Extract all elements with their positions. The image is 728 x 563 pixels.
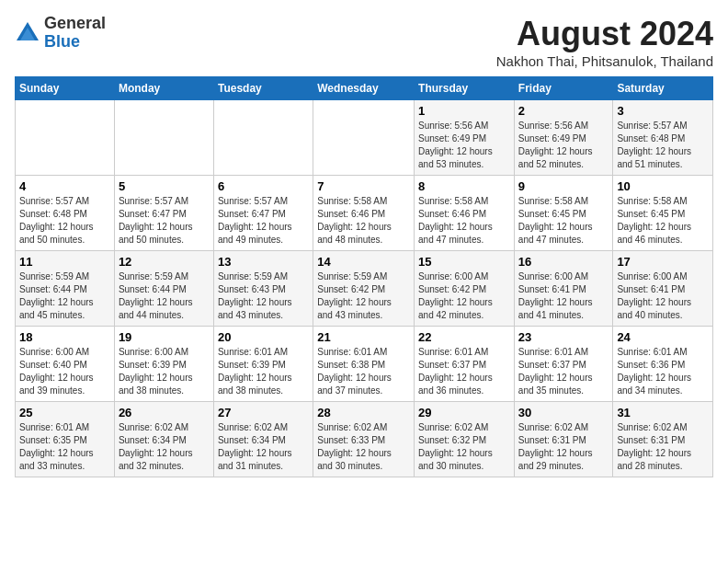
day-number: 4 bbox=[19, 179, 110, 193]
day-cell bbox=[16, 100, 115, 176]
day-number: 10 bbox=[617, 179, 709, 193]
day-number: 21 bbox=[317, 330, 410, 344]
logo-blue-text: Blue bbox=[44, 33, 106, 52]
day-info: Sunrise: 5:58 AM Sunset: 6:46 PM Dayligh… bbox=[418, 195, 510, 247]
day-number: 29 bbox=[418, 406, 510, 419]
day-cell: 27Sunrise: 6:02 AM Sunset: 6:34 PM Dayli… bbox=[213, 402, 313, 477]
day-cell: 16Sunrise: 6:00 AM Sunset: 6:41 PM Dayli… bbox=[514, 251, 613, 327]
day-number: 11 bbox=[19, 255, 110, 269]
day-number: 22 bbox=[418, 330, 510, 344]
day-info: Sunrise: 5:59 AM Sunset: 6:42 PM Dayligh… bbox=[317, 270, 410, 322]
day-cell: 24Sunrise: 6:01 AM Sunset: 6:36 PM Dayli… bbox=[613, 327, 713, 402]
day-number: 12 bbox=[119, 255, 210, 269]
day-info: Sunrise: 5:58 AM Sunset: 6:46 PM Dayligh… bbox=[317, 195, 410, 247]
weekday-header-thursday: Thursday bbox=[415, 77, 515, 100]
day-cell: 22Sunrise: 6:01 AM Sunset: 6:37 PM Dayli… bbox=[415, 327, 515, 402]
weekday-header-sunday: Sunday bbox=[16, 77, 115, 100]
day-info: Sunrise: 6:01 AM Sunset: 6:35 PM Dayligh… bbox=[19, 421, 110, 473]
day-info: Sunrise: 5:59 AM Sunset: 6:44 PM Dayligh… bbox=[119, 270, 210, 322]
week-row-1: 1Sunrise: 5:56 AM Sunset: 6:49 PM Daylig… bbox=[16, 100, 713, 176]
day-number: 13 bbox=[218, 255, 309, 269]
day-info: Sunrise: 6:02 AM Sunset: 6:34 PM Dayligh… bbox=[218, 421, 309, 473]
day-number: 5 bbox=[119, 179, 210, 193]
day-cell: 21Sunrise: 6:01 AM Sunset: 6:38 PM Dayli… bbox=[313, 327, 415, 402]
day-number: 30 bbox=[518, 406, 609, 419]
weekday-header-tuesday: Tuesday bbox=[213, 77, 313, 100]
day-info: Sunrise: 6:02 AM Sunset: 6:33 PM Dayligh… bbox=[317, 421, 410, 473]
day-info: Sunrise: 5:59 AM Sunset: 6:43 PM Dayligh… bbox=[218, 270, 309, 322]
day-cell bbox=[213, 100, 313, 176]
day-number: 27 bbox=[218, 406, 309, 419]
day-info: Sunrise: 5:57 AM Sunset: 6:47 PM Dayligh… bbox=[218, 195, 309, 247]
weekday-header-monday: Monday bbox=[114, 77, 213, 100]
day-cell: 11Sunrise: 5:59 AM Sunset: 6:44 PM Dayli… bbox=[16, 251, 115, 327]
day-info: Sunrise: 6:02 AM Sunset: 6:31 PM Dayligh… bbox=[617, 421, 709, 473]
day-info: Sunrise: 5:59 AM Sunset: 6:44 PM Dayligh… bbox=[19, 270, 110, 322]
day-info: Sunrise: 6:01 AM Sunset: 6:36 PM Dayligh… bbox=[617, 346, 709, 397]
week-row-2: 4Sunrise: 5:57 AM Sunset: 6:48 PM Daylig… bbox=[16, 176, 713, 251]
logo: General Blue bbox=[15, 15, 106, 52]
day-info: Sunrise: 6:01 AM Sunset: 6:38 PM Dayligh… bbox=[317, 346, 410, 397]
day-number: 17 bbox=[617, 255, 709, 269]
day-number: 16 bbox=[518, 255, 609, 269]
day-number: 3 bbox=[617, 104, 709, 118]
day-info: Sunrise: 6:01 AM Sunset: 6:39 PM Dayligh… bbox=[218, 346, 309, 397]
day-cell: 3Sunrise: 5:57 AM Sunset: 6:48 PM Daylig… bbox=[613, 100, 713, 176]
day-info: Sunrise: 6:00 AM Sunset: 6:42 PM Dayligh… bbox=[418, 270, 510, 322]
day-cell: 7Sunrise: 5:58 AM Sunset: 6:46 PM Daylig… bbox=[313, 176, 415, 251]
week-row-5: 25Sunrise: 6:01 AM Sunset: 6:35 PM Dayli… bbox=[16, 402, 713, 477]
day-info: Sunrise: 5:57 AM Sunset: 6:48 PM Dayligh… bbox=[617, 120, 709, 171]
calendar-body: 1Sunrise: 5:56 AM Sunset: 6:49 PM Daylig… bbox=[16, 100, 713, 477]
day-cell: 23Sunrise: 6:01 AM Sunset: 6:37 PM Dayli… bbox=[514, 327, 613, 402]
day-number: 7 bbox=[317, 179, 410, 193]
weekday-header-saturday: Saturday bbox=[613, 77, 713, 100]
day-cell: 14Sunrise: 5:59 AM Sunset: 6:42 PM Dayli… bbox=[313, 251, 415, 327]
day-number: 1 bbox=[418, 104, 510, 118]
day-info: Sunrise: 5:57 AM Sunset: 6:48 PM Dayligh… bbox=[19, 195, 110, 247]
day-number: 9 bbox=[518, 179, 609, 193]
day-cell: 6Sunrise: 5:57 AM Sunset: 6:47 PM Daylig… bbox=[213, 176, 313, 251]
day-cell: 8Sunrise: 5:58 AM Sunset: 6:46 PM Daylig… bbox=[415, 176, 515, 251]
day-number: 25 bbox=[19, 406, 110, 419]
day-info: Sunrise: 5:56 AM Sunset: 6:49 PM Dayligh… bbox=[518, 120, 609, 171]
day-number: 20 bbox=[218, 330, 309, 344]
day-cell bbox=[313, 100, 415, 176]
day-cell: 10Sunrise: 5:58 AM Sunset: 6:45 PM Dayli… bbox=[613, 176, 713, 251]
day-info: Sunrise: 6:00 AM Sunset: 6:41 PM Dayligh… bbox=[518, 270, 609, 322]
day-cell: 13Sunrise: 5:59 AM Sunset: 6:43 PM Dayli… bbox=[213, 251, 313, 327]
day-info: Sunrise: 6:01 AM Sunset: 6:37 PM Dayligh… bbox=[418, 346, 510, 397]
day-cell: 12Sunrise: 5:59 AM Sunset: 6:44 PM Dayli… bbox=[114, 251, 213, 327]
day-number: 31 bbox=[617, 406, 709, 419]
day-info: Sunrise: 6:00 AM Sunset: 6:40 PM Dayligh… bbox=[19, 346, 110, 397]
day-info: Sunrise: 6:02 AM Sunset: 6:32 PM Dayligh… bbox=[418, 421, 510, 473]
logo-general-text: General bbox=[44, 15, 106, 33]
day-info: Sunrise: 5:58 AM Sunset: 6:45 PM Dayligh… bbox=[518, 195, 609, 247]
day-info: Sunrise: 6:00 AM Sunset: 6:39 PM Dayligh… bbox=[119, 346, 210, 397]
day-info: Sunrise: 6:00 AM Sunset: 6:41 PM Dayligh… bbox=[617, 270, 709, 322]
day-number: 14 bbox=[317, 255, 410, 269]
day-cell: 30Sunrise: 6:02 AM Sunset: 6:31 PM Dayli… bbox=[514, 402, 613, 477]
calendar-header: SundayMondayTuesdayWednesdayThursdayFrid… bbox=[16, 77, 713, 100]
week-row-4: 18Sunrise: 6:00 AM Sunset: 6:40 PM Dayli… bbox=[16, 327, 713, 402]
day-cell: 29Sunrise: 6:02 AM Sunset: 6:32 PM Dayli… bbox=[415, 402, 515, 477]
day-cell: 19Sunrise: 6:00 AM Sunset: 6:39 PM Dayli… bbox=[114, 327, 213, 402]
day-cell: 1Sunrise: 5:56 AM Sunset: 6:49 PM Daylig… bbox=[415, 100, 515, 176]
day-info: Sunrise: 5:56 AM Sunset: 6:49 PM Dayligh… bbox=[418, 120, 510, 171]
week-row-3: 11Sunrise: 5:59 AM Sunset: 6:44 PM Dayli… bbox=[16, 251, 713, 327]
day-number: 8 bbox=[418, 179, 510, 193]
day-number: 26 bbox=[119, 406, 210, 419]
day-info: Sunrise: 6:02 AM Sunset: 6:34 PM Dayligh… bbox=[119, 421, 210, 473]
day-number: 23 bbox=[518, 330, 609, 344]
day-cell: 18Sunrise: 6:00 AM Sunset: 6:40 PM Dayli… bbox=[16, 327, 115, 402]
weekday-header-row: SundayMondayTuesdayWednesdayThursdayFrid… bbox=[16, 77, 713, 100]
day-info: Sunrise: 5:57 AM Sunset: 6:47 PM Dayligh… bbox=[119, 195, 210, 247]
day-cell: 25Sunrise: 6:01 AM Sunset: 6:35 PM Dayli… bbox=[16, 402, 115, 477]
day-cell: 5Sunrise: 5:57 AM Sunset: 6:47 PM Daylig… bbox=[114, 176, 213, 251]
day-cell: 28Sunrise: 6:02 AM Sunset: 6:33 PM Dayli… bbox=[313, 402, 415, 477]
day-number: 15 bbox=[418, 255, 510, 269]
day-cell: 4Sunrise: 5:57 AM Sunset: 6:48 PM Daylig… bbox=[16, 176, 115, 251]
day-info: Sunrise: 6:02 AM Sunset: 6:31 PM Dayligh… bbox=[518, 421, 609, 473]
weekday-header-wednesday: Wednesday bbox=[313, 77, 415, 100]
day-cell: 2Sunrise: 5:56 AM Sunset: 6:49 PM Daylig… bbox=[514, 100, 613, 176]
day-cell: 15Sunrise: 6:00 AM Sunset: 6:42 PM Dayli… bbox=[415, 251, 515, 327]
